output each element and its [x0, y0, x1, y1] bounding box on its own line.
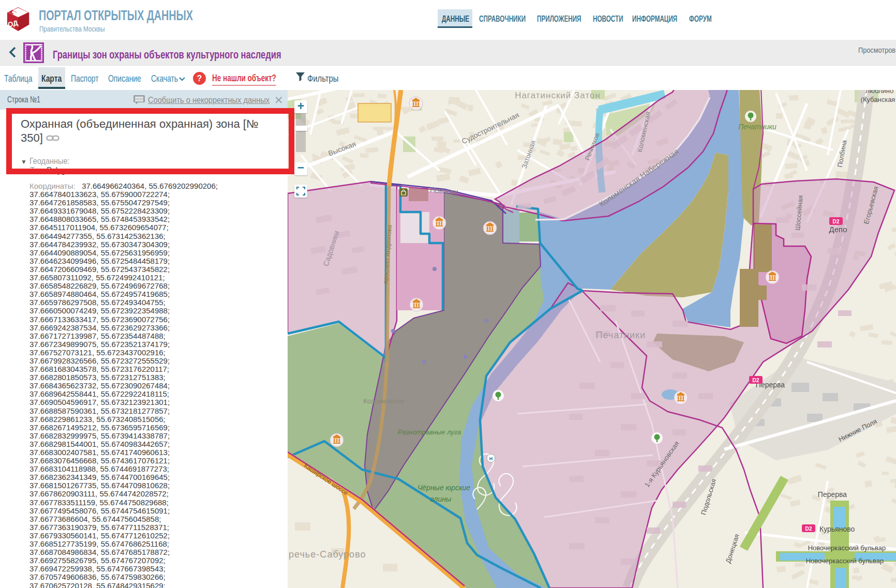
svg-text:Разнотравные луга: Разнотравные луга	[398, 428, 461, 436]
svg-text:D2: D2	[832, 218, 840, 224]
svg-text:D2: D2	[752, 377, 759, 383]
svg-text:Перерва: Перерва	[818, 490, 847, 499]
svg-text:Новочеркасский бульвар: Новочеркасский бульвар	[806, 557, 884, 565]
svg-text:речье-Сабурово: речье-Сабурово	[289, 549, 366, 560]
svg-text:Депо: Депо	[829, 225, 847, 234]
svg-text:(Кубанская: (Кубанская	[861, 96, 895, 103]
svg-text:Курьяново: Курьяново	[819, 525, 855, 533]
svg-text:Печатники: Печатники	[738, 123, 776, 131]
svg-text:Чёрные юрские: Чёрные юрские	[417, 484, 470, 492]
svg-text:Новочеркасский бульвар: Новочеркасский бульвар	[808, 544, 886, 552]
svg-text:глины: глины	[430, 495, 452, 503]
svg-text:Нагатинский Затон: Нагатинский Затон	[515, 91, 601, 100]
svg-text:D2: D2	[805, 525, 812, 532]
svg-text:Коломенское: Коломенское	[363, 397, 405, 405]
svg-text:H: H	[489, 456, 493, 461]
svg-text:Печатники: Печатники	[596, 330, 646, 340]
svg-text:Люблино: Люблино	[865, 90, 893, 95]
